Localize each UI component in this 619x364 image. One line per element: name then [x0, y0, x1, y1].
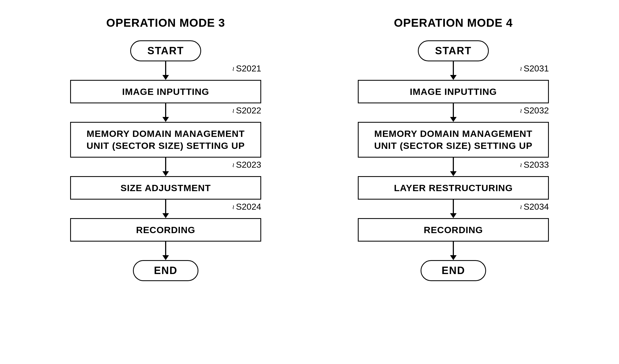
label-s2033: ~S2033: [519, 160, 549, 170]
start-terminal-mode4: START: [418, 40, 489, 61]
layer-restructuring-mode4: LAYER RESTRUCTURING: [358, 176, 549, 200]
arrow-to-end-mode3: [162, 242, 169, 260]
label-s2031: ~S2031: [519, 64, 549, 74]
diagram-mode4: OPERATION MODE 4 START ~S2031 IMAGE INPU…: [331, 16, 576, 281]
label-s2022: ~S2022: [231, 106, 261, 116]
memory-domain-mode3: MEMORY DOMAIN MANAGEMENTUNIT (SECTOR SIZ…: [70, 122, 261, 157]
label-s2032: ~S2032: [519, 106, 549, 116]
recording-mode3: RECORDING: [70, 218, 261, 242]
label-s2024: ~S2024: [231, 202, 261, 212]
label-s2034: ~S2034: [519, 202, 549, 212]
arrow-s2021: ~S2021: [70, 61, 261, 80]
mode4-title: OPERATION MODE 4: [394, 16, 513, 29]
end-terminal-mode4: END: [421, 260, 486, 281]
recording-mode4: RECORDING: [358, 218, 549, 242]
arrow-s2032: ~S2032: [358, 103, 549, 122]
mode3-title: OPERATION MODE 3: [106, 16, 225, 29]
memory-domain-mode4: MEMORY DOMAIN MANAGEMENTUNIT (SECTOR SIZ…: [358, 122, 549, 157]
arrow-s2034: ~S2034: [358, 200, 549, 218]
size-adjustment-mode3: SIZE ADJUSTMENT: [70, 176, 261, 200]
image-inputting-mode3: IMAGE INPUTTING: [70, 80, 261, 103]
page: OPERATION MODE 3 START ~S2021 IMAGE INPU…: [0, 0, 619, 364]
arrow-s2022: ~S2022: [70, 103, 261, 122]
label-s2023: ~S2023: [231, 160, 261, 170]
arrow-s2031: ~S2031: [358, 61, 549, 80]
flowchart-mode4: START ~S2031 IMAGE INPUTTING ~S2032: [331, 40, 576, 281]
end-terminal-mode3: END: [133, 260, 198, 281]
arrow-s2024: ~S2024: [70, 200, 261, 218]
start-terminal-mode3: START: [130, 40, 201, 61]
arrow-s2033: ~S2033: [358, 158, 549, 176]
flowchart-mode3: START ~S2021 IMAGE INPUTTING ~S2022: [43, 40, 288, 281]
arrow-s2023: ~S2023: [70, 158, 261, 176]
label-s2021: ~S2021: [231, 64, 261, 74]
diagram-mode3: OPERATION MODE 3 START ~S2021 IMAGE INPU…: [43, 16, 288, 281]
arrow-to-end-mode4: [450, 242, 457, 260]
image-inputting-mode4: IMAGE INPUTTING: [358, 80, 549, 103]
